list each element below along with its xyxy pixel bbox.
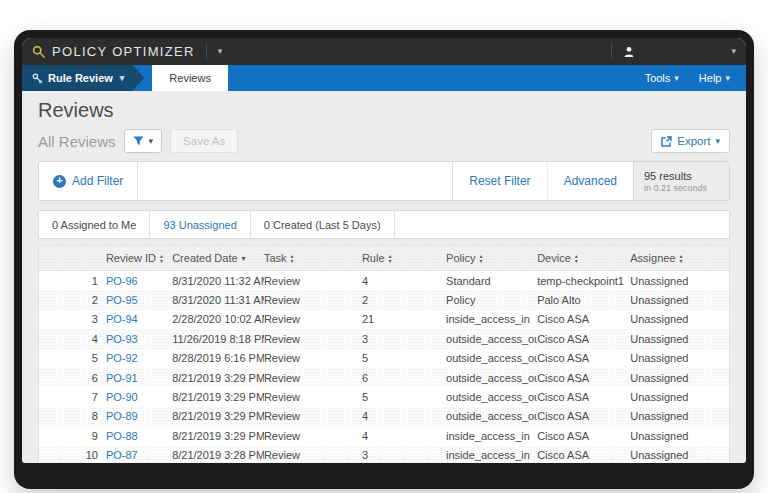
- review-id-link[interactable]: PO-90: [106, 391, 138, 403]
- filter-bar: Add Filter Reset Filter Advanced 95 resu…: [38, 161, 730, 201]
- assignee-cell: Unassigned: [630, 290, 729, 309]
- created-date-cell: 2/28/2020 10:02 AM: [172, 310, 264, 329]
- export-button[interactable]: Export: [651, 129, 730, 153]
- task-cell: Review: [264, 310, 362, 329]
- app-title: POLICY OPTIMIZER: [52, 44, 195, 59]
- sort-icon: ▴▾: [680, 254, 683, 264]
- column-header-policy[interactable]: Policy▴▾: [446, 246, 537, 271]
- policy-cell: inside_access_in: [446, 310, 537, 329]
- save-as-button[interactable]: Save As: [170, 129, 238, 153]
- review-id-link[interactable]: PO-94: [106, 313, 138, 325]
- table-row[interactable]: 2 PO-95 8/31/2020 11:31 AM Review 2 Poli…: [39, 290, 729, 309]
- device-cell: Cisco ASA: [537, 446, 630, 463]
- chevron-down-icon: [715, 137, 720, 146]
- table-row[interactable]: 10 PO-87 8/21/2019 3:28 PM Review 3 insi…: [39, 446, 729, 463]
- user-menu-caret-icon[interactable]: [731, 47, 736, 56]
- key-icon: [32, 73, 43, 84]
- device-cell: Cisco ASA: [537, 368, 630, 387]
- device-cell: Cisco ASA: [537, 426, 630, 445]
- view-toolbar: All Reviews Save As Export: [38, 129, 730, 153]
- table-row[interactable]: 9 PO-88 8/21/2019 3:29 PM Review 4 insid…: [39, 426, 729, 445]
- column-header-assignee[interactable]: Assignee▴▾: [630, 246, 729, 271]
- rule-cell: 4: [362, 407, 446, 426]
- task-cell: Review: [264, 387, 362, 406]
- table-row[interactable]: 7 PO-90 8/21/2019 3:29 PM Review 5 outsi…: [39, 387, 729, 406]
- row-number-header: [39, 246, 106, 271]
- row-number: 4: [39, 329, 106, 348]
- nav-menu-rule-review[interactable]: Rule Review: [22, 65, 144, 91]
- row-number: 10: [39, 446, 106, 463]
- row-number: 5: [39, 349, 106, 368]
- task-cell: Review: [264, 407, 362, 426]
- rule-cell: 4: [362, 271, 446, 291]
- table-header-row: Review ID▴▾ Created Date▾ Task▴▾ Rule▴▾ …: [39, 246, 729, 271]
- review-id-link[interactable]: PO-88: [106, 430, 138, 442]
- column-header-task[interactable]: Task▴▾: [264, 246, 362, 271]
- review-id-link[interactable]: PO-87: [106, 449, 138, 461]
- table-row[interactable]: 4 PO-93 11/26/2019 8:18 PM Review 3 outs…: [39, 329, 729, 348]
- advanced-link[interactable]: Advanced: [547, 162, 633, 200]
- created-date-cell: 8/21/2019 3:29 PM: [172, 407, 264, 426]
- help-label: Help: [699, 72, 722, 84]
- column-header-review-id[interactable]: Review ID▴▾: [106, 246, 172, 271]
- created-date-cell: 8/21/2019 3:29 PM: [172, 387, 264, 406]
- device-cell: Cisco ASA: [537, 310, 630, 329]
- task-cell: Review: [264, 271, 362, 291]
- table-row[interactable]: 1 PO-96 8/31/2020 11:32 AM Review 4 Stan…: [39, 271, 729, 291]
- help-menu[interactable]: Help: [689, 65, 740, 91]
- review-id-link[interactable]: PO-91: [106, 372, 138, 384]
- column-header-rule[interactable]: Rule▴▾: [362, 246, 446, 271]
- rule-cell: 4: [362, 426, 446, 445]
- created-date-cell: 8/21/2019 3:29 PM: [172, 368, 264, 387]
- top-bar: POLICY OPTIMIZER: [22, 38, 746, 65]
- row-number: 8: [39, 407, 106, 426]
- reviews-table: Review ID▴▾ Created Date▾ Task▴▾ Rule▴▾ …: [38, 245, 730, 463]
- app-switcher-caret-icon[interactable]: [218, 47, 223, 56]
- tab-reviews[interactable]: Reviews: [152, 65, 228, 91]
- tools-menu[interactable]: Tools: [635, 65, 689, 91]
- column-header-created-date[interactable]: Created Date▾: [172, 246, 264, 271]
- row-number: 3: [39, 310, 106, 329]
- review-id-link[interactable]: PO-89: [106, 410, 138, 422]
- table-row[interactable]: 5 PO-92 8/28/2019 6:16 PM Review 5 outsi…: [39, 349, 729, 368]
- table-body: 1 PO-96 8/31/2020 11:32 AM Review 4 Stan…: [39, 271, 729, 464]
- chevron-down-icon: [674, 74, 679, 83]
- view-label: All Reviews: [38, 133, 116, 150]
- export-label: Export: [677, 135, 710, 147]
- tools-label: Tools: [645, 72, 671, 84]
- quick-tabs: 0 Assigned to Me 93 Unassigned 0 Created…: [38, 210, 730, 239]
- filter-dropdown-button[interactable]: [124, 129, 163, 153]
- tab-created-last-5-days[interactable]: 0 Created (Last 5 Days): [251, 211, 395, 238]
- tab-unassigned[interactable]: 93 Unassigned: [150, 211, 250, 238]
- review-id-link[interactable]: PO-95: [106, 294, 138, 306]
- rule-cell: 5: [362, 349, 446, 368]
- sort-icon: ▴▾: [575, 254, 578, 264]
- browser-frame: POLICY OPTIMIZER Rule Review Revie: [14, 30, 754, 489]
- review-id-link[interactable]: PO-96: [106, 275, 138, 287]
- policy-cell: outside_access_out: [446, 387, 537, 406]
- column-header-device[interactable]: Device▴▾: [537, 246, 630, 271]
- nav-bar: Rule Review Reviews Tools Help: [22, 65, 746, 91]
- divider: [611, 44, 612, 59]
- chevron-down-icon: [149, 137, 154, 146]
- task-cell: Review: [264, 368, 362, 387]
- review-id-link[interactable]: PO-93: [106, 333, 138, 345]
- tab-assigned-to-me[interactable]: 0 Assigned to Me: [39, 211, 150, 238]
- assignee-cell: Unassigned: [630, 271, 729, 291]
- assignee-cell: Unassigned: [630, 310, 729, 329]
- assignee-cell: Unassigned: [630, 368, 729, 387]
- rule-cell: 5: [362, 387, 446, 406]
- filter-input[interactable]: [138, 162, 453, 200]
- table-row[interactable]: 8 PO-89 8/21/2019 3:29 PM Review 4 outsi…: [39, 407, 729, 426]
- rule-cell: 3: [362, 446, 446, 463]
- task-cell: Review: [264, 446, 362, 463]
- review-id-link[interactable]: PO-92: [106, 352, 138, 364]
- plus-circle-icon: [53, 175, 66, 188]
- reset-filter-link[interactable]: Reset Filter: [453, 162, 546, 200]
- add-filter-button[interactable]: Add Filter: [39, 162, 138, 200]
- results-count: 95 results: [644, 170, 719, 182]
- table-row[interactable]: 3 PO-94 2/28/2020 10:02 AM Review 21 ins…: [39, 310, 729, 329]
- table-row[interactable]: 6 PO-91 8/21/2019 3:29 PM Review 6 outsi…: [39, 368, 729, 387]
- row-number: 9: [39, 426, 106, 445]
- user-icon[interactable]: [623, 46, 635, 58]
